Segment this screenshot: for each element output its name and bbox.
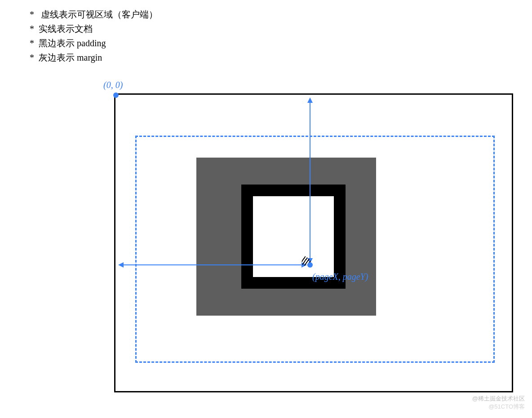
vertical-arrow-icon — [310, 98, 310, 263]
watermark-text: @稀土掘金技术社区 — [472, 395, 525, 403]
legend-item: * 灰边表示 margin — [30, 50, 158, 65]
watermark-text: @51CTO博客 — [488, 403, 525, 411]
origin-label: (0, 0) — [103, 80, 123, 90]
legend-item: * 黑边表示 padding — [30, 36, 158, 50]
legend-item: * 虚线表示可视区域（客户端） — [30, 7, 158, 22]
origin-point-icon — [113, 92, 119, 98]
margin-box — [196, 158, 376, 316]
legend-item: * 实线表示文档 — [30, 22, 158, 36]
horizontal-arrow-icon — [119, 264, 306, 265]
diagram-container: (pageX, pageY) (0, 0) — [114, 93, 514, 393]
coordinate-label: (pageX, pageY) — [312, 272, 368, 282]
cursor-point-icon — [307, 262, 313, 268]
legend-list: * 虚线表示可视区域（客户端） * 实线表示文档 * 黑边表示 padding … — [30, 7, 158, 65]
document-box: (pageX, pageY) — [114, 93, 513, 392]
